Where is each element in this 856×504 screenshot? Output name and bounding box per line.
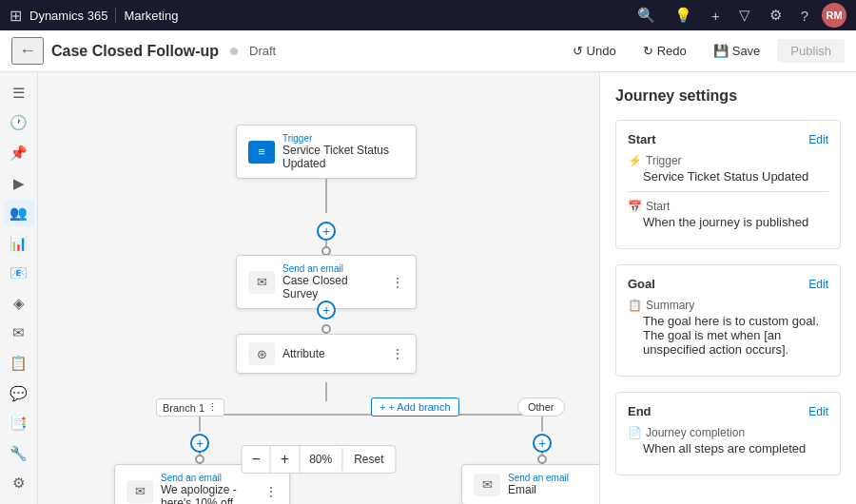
settings-end-edit[interactable]: Edit (808, 405, 828, 418)
other-label: Other (517, 397, 565, 417)
sidebar-item-messages[interactable]: ✉ (4, 320, 34, 347)
sidebar-item-config[interactable]: ⚙ (4, 471, 34, 497)
attribute-more-icon[interactable]: ⋮ (391, 346, 404, 361)
settings-start-time-label: 📅 Start (628, 200, 828, 213)
search-icon[interactable]: 🔍 (632, 7, 661, 24)
trigger-icon: ⚡ (628, 154, 642, 167)
email1-icon: ✉ (248, 271, 275, 294)
redo-label: Redo (657, 44, 687, 58)
undo-label: Undo (587, 44, 616, 58)
add-button-branch1[interactable]: + (190, 434, 209, 453)
summary-icon: 📋 (628, 299, 642, 312)
settings-goal-edit[interactable]: Edit (808, 278, 828, 291)
connector-dot-branch1 (195, 455, 204, 464)
sidebar-item-forms[interactable]: 📋 (4, 350, 34, 377)
settings-end-title: End (628, 404, 652, 418)
attribute-icon: ⊛ (248, 342, 275, 365)
settings-goal-title: Goal (628, 277, 655, 291)
settings-end-section: End Edit 📄 Journey completion When all s… (615, 392, 841, 475)
branch1-expand-icon[interactable]: ⋮ (207, 401, 218, 414)
settings-trigger-item: ⚡ Trigger Service Ticket Status Updated (628, 154, 828, 184)
settings-goal-item: 📋 Summary The goal here is to custom goa… (628, 299, 828, 357)
sidebar: ☰ 🕐 📌 ▶ 👥 📊 📧 ◈ ✉ 📋 💬 📑 🔧 ⚙ (0, 72, 38, 504)
settings-start-time-item: 📅 Start When the journey is published (628, 200, 828, 229)
connector-dot-2 (321, 324, 331, 334)
sidebar-item-play[interactable]: ▶ (4, 170, 34, 197)
zoom-in-button[interactable]: + (271, 446, 300, 473)
settings-icon[interactable]: ⚙ (764, 7, 788, 24)
settings-title: Journey settings (615, 87, 841, 105)
add-button-1[interactable]: + (317, 222, 336, 241)
sidebar-item-lists[interactable]: 📑 (4, 410, 34, 436)
email2-icon: ✉ (126, 480, 153, 503)
avatar[interactable]: RM (822, 3, 846, 28)
status-badge: Draft (249, 44, 276, 58)
trigger-node-icon: ≡ (248, 141, 275, 164)
status-indicator (230, 48, 238, 55)
email3-node[interactable]: ✉ Send an email Email ⚠ (461, 464, 599, 504)
settings-trigger-value: Service Ticket Status Updated (628, 169, 828, 184)
settings-start-divider (628, 191, 828, 192)
settings-end-value: When all steps are completed (628, 441, 828, 456)
sidebar-item-contacts[interactable]: 👥 (4, 200, 34, 226)
settings-end-header: End Edit (628, 404, 828, 418)
settings-end-label: 📄 Journey completion (628, 426, 828, 439)
add-button-2[interactable]: + (317, 300, 336, 320)
redo-icon: ↻ (643, 44, 653, 58)
sidebar-item-pinned[interactable]: 📌 (4, 140, 34, 166)
add-branch-plus-icon: + (379, 401, 385, 413)
publish-button[interactable]: Publish (777, 39, 845, 63)
sidebar-item-chats[interactable]: 💬 (4, 380, 34, 407)
add-icon[interactable]: + (706, 8, 726, 24)
sidebar-item-menu[interactable]: ☰ (4, 80, 34, 107)
email1-title: Case Closed Survey (282, 274, 383, 300)
connector-dot-other (537, 455, 547, 464)
settings-end-item: 📄 Journey completion When all steps are … (628, 426, 828, 456)
trigger-node-title: Service Ticket Status Updated (282, 144, 404, 170)
attribute-content: Attribute (282, 347, 383, 360)
settings-panel: Journey settings Start Edit ⚡ Trigger Se… (599, 72, 856, 504)
email1-label-small: Send an email (282, 263, 383, 274)
topbar-divider (115, 8, 116, 23)
save-icon: 💾 (713, 44, 729, 58)
settings-goal-label: 📋 Summary (628, 299, 828, 312)
calendar-icon: 📅 (628, 200, 642, 213)
zoom-out-button[interactable]: − (242, 446, 270, 473)
email3-content: Send an email Email (508, 473, 599, 496)
settings-start-header: Start Edit (628, 132, 828, 146)
app-name: Dynamics 365 (29, 9, 107, 23)
sidebar-item-tools[interactable]: 🔧 (4, 440, 34, 467)
redo-button[interactable]: ↻ Redo (633, 39, 696, 63)
settings-goal-section: Goal Edit 📋 Summary The goal here is to … (615, 264, 841, 377)
branch1-label[interactable]: Branch 1 ⋮ (156, 398, 224, 417)
lightbulb-icon[interactable]: 💡 (669, 7, 698, 24)
sidebar-item-emails[interactable]: 📧 (4, 260, 34, 286)
apps-icon[interactable]: ⊞ (10, 7, 22, 25)
email3-label-small: Send an email (508, 473, 599, 483)
app-module: Marketing (124, 9, 178, 23)
sidebar-item-analytics[interactable]: 📊 (4, 230, 34, 257)
settings-start-time-value: When the journey is published (628, 215, 828, 229)
main-layout: ☰ 🕐 📌 ▶ 👥 📊 📧 ◈ ✉ 📋 💬 📑 🔧 ⚙ (0, 72, 856, 504)
filter-icon[interactable]: ▽ (733, 7, 756, 24)
undo-button[interactable]: ↺ Undo (563, 39, 626, 63)
settings-start-edit[interactable]: Edit (808, 133, 828, 146)
sidebar-item-segments[interactable]: ◈ (4, 290, 34, 317)
settings-start-title: Start (628, 132, 656, 146)
email2-more-icon[interactable]: ⋮ (264, 484, 278, 499)
back-button[interactable]: ← (11, 37, 44, 65)
trigger-node[interactable]: ≡ Trigger Service Ticket Status Updated (236, 125, 417, 179)
sidebar-item-recent[interactable]: 🕐 (4, 110, 34, 137)
add-button-other[interactable]: + (533, 434, 552, 453)
email1-content: Send an email Case Closed Survey (282, 263, 383, 300)
email2-content: Send an email We apologize - here's 10% … (161, 473, 257, 504)
attribute-node[interactable]: ⊛ Attribute ⋮ (236, 334, 417, 374)
save-button[interactable]: 💾 Save (704, 39, 770, 63)
toolbar: ← Case Closed Follow-up Draft ↺ Undo ↻ R… (0, 30, 856, 72)
help-icon[interactable]: ? (795, 8, 814, 24)
settings-goal-value: The goal here is to custom goal. The goa… (628, 314, 828, 357)
email1-more-icon[interactable]: ⋮ (391, 275, 404, 290)
zoom-reset-button[interactable]: Reset (342, 448, 395, 471)
canvas-area[interactable]: ≡ Trigger Service Ticket Status Updated … (38, 72, 599, 504)
add-branch-button[interactable]: + + Add branch (371, 397, 459, 417)
